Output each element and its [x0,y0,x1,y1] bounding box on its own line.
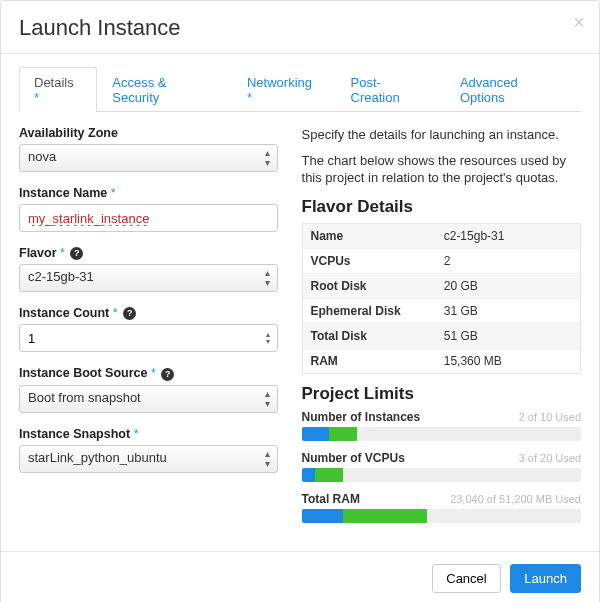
close-icon[interactable]: × [573,11,585,34]
boot-source-label: Instance Boot Source * ? [19,366,278,380]
bar-current [302,509,344,523]
info-column: Specify the details for launching an ins… [302,126,581,533]
modal-body: Details * Access & Security Networking *… [1,66,599,551]
progress-bar [302,427,581,441]
modal-header: Launch Instance × [1,1,599,54]
table-row: Ephemeral Disk31 GB [303,299,580,324]
instance-name-input[interactable] [19,204,278,232]
flavor-select[interactable]: c2-15gb-31 [19,264,278,292]
tabs: Details * Access & Security Networking *… [19,66,581,112]
flavor-details-heading: Flavor Details [302,197,581,217]
limit-ram: Total RAM23,040 of 51,200 MB Used [302,492,581,523]
progress-bar [302,509,581,523]
az-label: Availability Zone [19,126,278,140]
table-row: RAM15,360 MB [303,349,580,373]
form-column: Availability Zone nova ▴▾ Instance Name … [19,126,278,533]
instance-name-label: Instance Name * [19,186,278,200]
snapshot-select[interactable]: starLink_python_ubuntu [19,445,278,473]
instance-count-label: Instance Count * ? [19,306,278,320]
boot-source-select[interactable]: Boot from snapshot [19,385,278,413]
description-2: The chart below shows the resources used… [302,152,581,187]
bar-added [343,509,427,523]
tab-details[interactable]: Details * [19,67,97,112]
az-select[interactable]: nova [19,144,278,172]
table-row: Root Disk20 GB [303,274,580,299]
flavor-details-table: Namec2-15gb-31 VCPUs2 Root Disk20 GB Eph… [302,223,581,374]
modal-footer: Cancel Launch [1,551,599,602]
snapshot-label: Instance Snapshot * [19,427,278,441]
help-icon[interactable]: ? [123,307,136,320]
launch-instance-modal: Launch Instance × Details * Access & Sec… [0,0,600,602]
table-row: VCPUs2 [303,249,580,274]
description-1: Specify the details for launching an ins… [302,126,581,144]
instance-count-input[interactable] [19,324,278,352]
limit-instances: Number of Instances2 of 10 Used [302,410,581,441]
limit-vcpus: Number of VCPUs3 of 20 Used [302,451,581,482]
modal-title: Launch Instance [19,15,581,41]
help-icon[interactable]: ? [70,247,83,260]
tab-advanced-options[interactable]: Advanced Options [445,67,581,112]
flavor-label: Flavor * ? [19,246,278,260]
table-row: Namec2-15gb-31 [303,224,580,249]
bar-current [302,427,330,441]
help-icon[interactable]: ? [161,368,174,381]
tab-networking[interactable]: Networking * [232,67,336,112]
launch-button[interactable]: Launch [510,564,581,593]
cancel-button[interactable]: Cancel [432,564,500,593]
bar-current [302,468,316,482]
project-limits-heading: Project Limits [302,384,581,404]
bar-added [329,427,357,441]
progress-bar [302,468,581,482]
bar-added [315,468,343,482]
table-row: Total Disk51 GB [303,324,580,349]
tab-access-security[interactable]: Access & Security [97,67,232,112]
tab-post-creation[interactable]: Post-Creation [336,67,445,112]
